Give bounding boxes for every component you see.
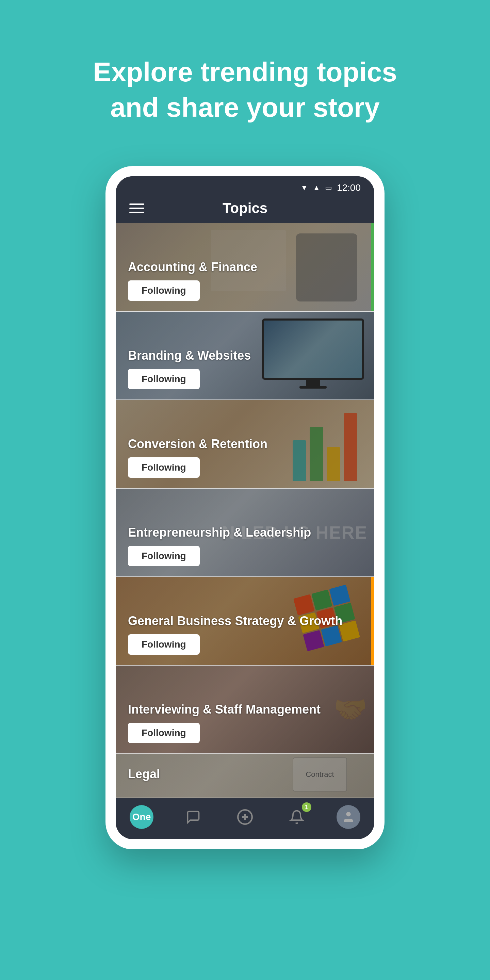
following-button-conversion[interactable]: Following xyxy=(128,457,200,478)
hero-line1: Explore trending topics xyxy=(93,57,397,87)
topic-card-branding: Branding & Websites Following xyxy=(116,312,374,400)
nav-item-profile[interactable] xyxy=(337,805,360,829)
status-bar: ▼ ▲ ▭ 12:00 xyxy=(116,176,374,197)
add-icon xyxy=(233,805,257,829)
topic-content-entrepreneurship: Entrepreneurship & Leadership Following xyxy=(116,517,374,576)
topic-card-entrepreneurship: N LED US HERE Entrepreneurship & Leaders… xyxy=(116,488,374,577)
nav-item-chat[interactable] xyxy=(181,805,205,829)
topics-list: Accounting & Finance Following Branding … xyxy=(116,223,374,798)
home-label: One xyxy=(132,811,151,822)
topic-card-conversion: Conversion & Retention Following xyxy=(116,400,374,488)
topic-content-accounting: Accounting & Finance Following xyxy=(116,252,374,311)
topic-title-general: General Business Strategy & Growth xyxy=(128,614,362,628)
following-button-interviewing[interactable]: Following xyxy=(128,723,200,743)
hero-section: Explore trending topics and share your s… xyxy=(93,54,397,125)
bell-icon: 1 xyxy=(285,805,309,829)
battery-icon: ▭ xyxy=(325,183,332,192)
topic-content-general: General Business Strategy & Growth Follo… xyxy=(116,606,374,665)
topic-title-legal: Legal xyxy=(128,767,362,781)
nav-item-notifications[interactable]: 1 xyxy=(285,805,309,829)
topic-card-interviewing: 🤝 Interviewing & Staff Management Follow… xyxy=(116,666,374,754)
chat-icon xyxy=(181,805,205,829)
menu-button[interactable] xyxy=(129,204,144,213)
nav-item-home[interactable]: One xyxy=(130,805,153,829)
wifi-icon: ▼ xyxy=(301,183,308,192)
topic-content-legal: Legal xyxy=(116,759,374,798)
top-bar: Topics xyxy=(116,197,374,223)
topic-content-conversion: Conversion & Retention Following xyxy=(116,429,374,488)
nav-item-add[interactable] xyxy=(233,805,257,829)
status-icons: ▼ ▲ ▭ 12:00 xyxy=(301,182,361,193)
svg-point-3 xyxy=(346,812,350,816)
topic-card-legal: Contract Legal xyxy=(116,754,374,798)
topic-title-entrepreneurship: Entrepreneurship & Leadership xyxy=(128,525,362,540)
following-button-general[interactable]: Following xyxy=(128,634,200,655)
topic-content-interviewing: Interviewing & Staff Management Followin… xyxy=(116,694,374,753)
topic-title-conversion: Conversion & Retention xyxy=(128,437,362,451)
bottom-nav: One xyxy=(116,798,374,839)
topic-card-general: General Business Strategy & Growth Follo… xyxy=(116,577,374,666)
notification-badge: 1 xyxy=(302,802,311,812)
topic-title-interviewing: Interviewing & Staff Management xyxy=(128,702,362,717)
topic-title-accounting: Accounting & Finance xyxy=(128,260,362,274)
profile-icon xyxy=(337,805,360,829)
following-button-branding[interactable]: Following xyxy=(128,369,200,389)
hero-line2: and share your story xyxy=(110,92,379,123)
topic-title-branding: Branding & Websites xyxy=(128,348,362,363)
following-button-entrepreneurship[interactable]: Following xyxy=(128,546,200,566)
signal-icon: ▲ xyxy=(313,183,320,192)
page-title: Topics xyxy=(223,200,267,216)
following-button-accounting[interactable]: Following xyxy=(128,280,200,301)
phone-screen: ▼ ▲ ▭ 12:00 Topics xyxy=(116,176,374,839)
status-time: 12:00 xyxy=(337,182,361,193)
home-icon: One xyxy=(130,805,153,829)
topic-content-branding: Branding & Websites Following xyxy=(116,340,374,399)
topic-card-accounting: Accounting & Finance Following xyxy=(116,223,374,312)
phone-mockup: ▼ ▲ ▭ 12:00 Topics xyxy=(105,166,385,850)
